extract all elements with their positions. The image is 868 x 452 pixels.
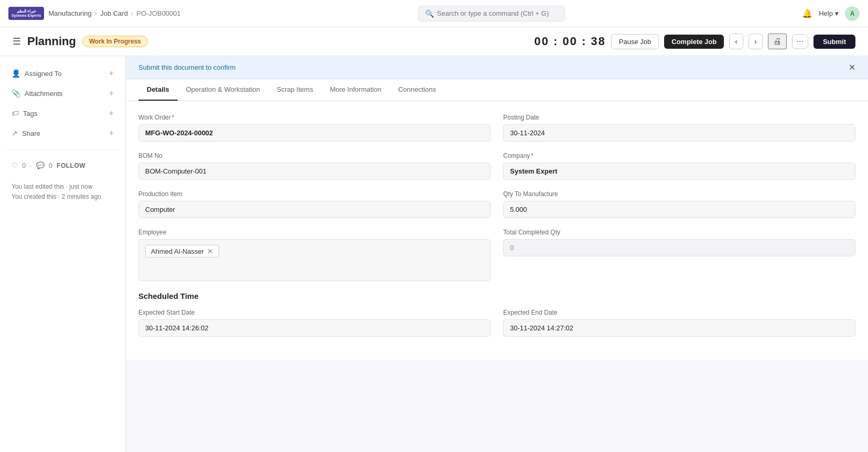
employee-label: Employee (138, 229, 491, 236)
timer-display: 00 : 00 : 38 (534, 35, 606, 48)
sidebar-item-share[interactable]: ↗ Share + (6, 124, 119, 142)
expected-end-value: 30-11-2024 14:27:02 (503, 319, 855, 337)
form-row-1: Work Order* MFG-WO-2024-00002 Posting Da… (138, 114, 855, 142)
sidebar-activity: You last edited this · just now You crea… (6, 180, 119, 204)
bom-no-label: BOM No (138, 152, 491, 159)
add-share-icon[interactable]: + (109, 128, 114, 138)
submit-button[interactable]: Submit (813, 35, 855, 49)
tab-more-information[interactable]: More Information (321, 79, 389, 101)
like-count: 0 (22, 162, 26, 169)
work-order-value: MFG-WO-2024-00002 (138, 124, 491, 142)
employee-chip-label: Ahmed Al-Nasser (151, 247, 204, 255)
dot-sep: · (30, 162, 32, 169)
activity-created: You created this · 2 minutes ago (12, 192, 114, 202)
alert-banner: Submit this document to confirm ✕ (126, 56, 868, 79)
expected-end-label: Expected End Date (503, 309, 855, 316)
page-header-right: 00 : 00 : 38 Pause Job Complete Job ‹ › … (534, 34, 855, 49)
add-tag-icon[interactable]: + (109, 109, 114, 118)
production-item-group: Production Item Computer (138, 190, 491, 218)
tab-navigation: Details Operation & Workstation Scrap It… (126, 79, 868, 101)
menu-icon[interactable]: ☰ (13, 36, 21, 47)
work-order-label: Work Order* (138, 114, 491, 121)
status-badge: Work In Progress (82, 36, 148, 47)
bom-no-group: BOM No BOM-Computer-001 (138, 152, 491, 180)
details-form: Work Order* MFG-WO-2024-00002 Posting Da… (126, 101, 868, 360)
form-area: Work Order* MFG-WO-2024-00002 Posting Da… (126, 101, 868, 360)
more-options-button[interactable]: ··· (792, 34, 808, 49)
bom-no-value: BOM-Computer-001 (138, 163, 491, 180)
search-input[interactable] (437, 9, 558, 17)
tag-icon: 🏷 (12, 109, 19, 117)
help-button[interactable]: Help ▾ (819, 9, 839, 17)
form-row-2: BOM No BOM-Computer-001 Company* System … (138, 152, 855, 180)
prev-button[interactable]: ‹ (729, 34, 743, 49)
sidebar-meta: ♡ 0 · 💬 0 FOLLOW (6, 157, 119, 178)
breadcrumb-jobcard[interactable]: Job Card (100, 9, 128, 17)
sidebar-item-tags[interactable]: 🏷 Tags + (6, 104, 119, 122)
page-header: ☰ Planning Work In Progress 00 : 00 : 38… (0, 27, 868, 56)
share-icon: ↗ (12, 129, 18, 137)
expected-start-group: Expected Start Date 30-11-2024 14:26:02 (138, 309, 491, 337)
logo: خبراء النظم Systems Experts (8, 7, 44, 20)
expected-end-group: Expected End Date 30-11-2024 14:27:02 (503, 309, 855, 337)
scheduled-time-title: Scheduled Time (138, 292, 855, 300)
main-content: Submit this document to confirm ✕ Detail… (126, 56, 868, 452)
print-button[interactable]: 🖨 (768, 34, 787, 49)
company-label: Company* (503, 152, 855, 159)
tab-operation-workstation[interactable]: Operation & Workstation (178, 79, 268, 101)
employee-group: Employee Ahmed Al-Nasser ✕ (138, 229, 491, 281)
breadcrumb: Manufacturing › Job Card › PO-JOB00001 (48, 9, 180, 17)
sidebar-item-assigned-to[interactable]: 👤 Assigned To + (6, 64, 119, 82)
total-completed-label: Total Completed Qty (503, 229, 855, 236)
avatar[interactable]: A (845, 6, 860, 21)
sidebar-label-share: Share (22, 130, 40, 137)
nav-right: 🔔 Help ▾ A (802, 6, 860, 21)
follow-button[interactable]: FOLLOW (57, 162, 85, 169)
main-layout: 👤 Assigned To + 📎 Attachments + 🏷 Tags +… (0, 56, 868, 452)
company-value: System Expert (503, 163, 855, 180)
expected-start-value: 30-11-2024 14:26:02 (138, 319, 491, 337)
comment-icon: 💬 (36, 162, 45, 169)
nav-left: خبراء النظم Systems Experts Manufacturin… (8, 7, 181, 20)
breadcrumb-current: PO-JOB00001 (136, 9, 181, 17)
posting-date-group: Posting Date 30-11-2024 (503, 114, 855, 142)
work-order-group: Work Order* MFG-WO-2024-00002 (138, 114, 491, 142)
next-button[interactable]: › (748, 34, 763, 49)
page-header-left: ☰ Planning Work In Progress (13, 35, 148, 48)
activity-edited: You last edited this · just now (12, 182, 114, 192)
sidebar: 👤 Assigned To + 📎 Attachments + 🏷 Tags +… (0, 56, 126, 452)
sidebar-label-attachments: Attachments (25, 90, 62, 98)
remove-employee-button[interactable]: ✕ (207, 247, 213, 255)
tab-details[interactable]: Details (138, 79, 178, 101)
sidebar-label-assigned-to: Assigned To (25, 70, 62, 78)
employee-chip: Ahmed Al-Nasser ✕ (145, 245, 219, 257)
total-completed-group: Total Completed Qty 0 (503, 229, 855, 281)
production-item-label: Production Item (138, 190, 491, 198)
tab-connections[interactable]: Connections (390, 79, 444, 101)
employee-tag-area[interactable]: Ahmed Al-Nasser ✕ (138, 239, 491, 281)
qty-manufacture-value: 5.000 (503, 201, 855, 218)
breadcrumb-manufacturing[interactable]: Manufacturing (48, 9, 91, 17)
page-title: Planning (27, 35, 76, 48)
form-row-4: Employee Ahmed Al-Nasser ✕ Total Complet… (138, 229, 855, 281)
chevron-down-icon: ▾ (835, 9, 839, 17)
complete-job-button[interactable]: Complete Job (664, 35, 724, 49)
company-group: Company* System Expert (503, 152, 855, 180)
form-row-5: Expected Start Date 30-11-2024 14:26:02 … (138, 309, 855, 337)
comment-count: 0 (49, 162, 52, 169)
posting-date-label: Posting Date (503, 114, 855, 121)
person-icon: 👤 (12, 69, 20, 78)
total-completed-value: 0 (503, 239, 855, 256)
production-item-value: Computer (138, 201, 491, 218)
form-row-3: Production Item Computer Qty To Manufact… (138, 190, 855, 218)
posting-date-value: 30-11-2024 (503, 124, 855, 142)
attachment-icon: 📎 (12, 89, 20, 98)
tab-scrap-items[interactable]: Scrap Items (268, 79, 321, 101)
search-bar[interactable]: 🔍 (418, 6, 565, 21)
close-alert-button[interactable]: ✕ (849, 62, 855, 72)
add-assigned-to-icon[interactable]: + (109, 69, 114, 78)
pause-job-button[interactable]: Pause Job (611, 34, 659, 49)
notification-bell-icon[interactable]: 🔔 (802, 8, 812, 18)
add-attachment-icon[interactable]: + (109, 89, 114, 98)
sidebar-item-attachments[interactable]: 📎 Attachments + (6, 84, 119, 102)
